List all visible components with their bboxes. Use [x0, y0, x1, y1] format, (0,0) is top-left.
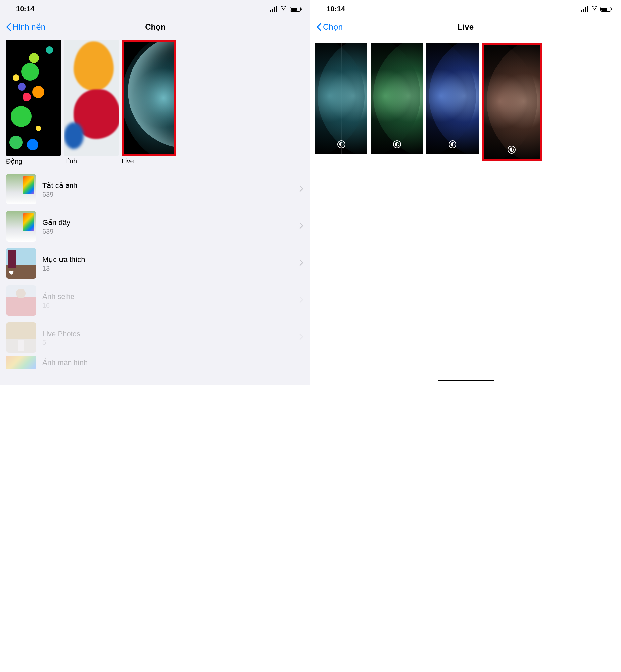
screen-choose: 10:14 Hình nền Chọn — [0, 0, 310, 386]
darkmode-icon — [449, 140, 456, 148]
album-screenshot-text: Ảnh màn hình — [42, 357, 88, 368]
chevron-right-icon — [299, 185, 303, 193]
category-row: Động Tĩnh Live — [0, 36, 310, 168]
back-label: Hình nền — [12, 23, 45, 32]
album-selfie-thumb — [6, 285, 36, 316]
wallpaper-grid — [310, 36, 621, 168]
album-recent-text: Gần đây 639 — [42, 217, 70, 235]
page-title: Chọn — [0, 23, 310, 32]
album-favorites-text: Mục ưa thích 13 — [42, 255, 85, 273]
wallpaper-teal[interactable] — [315, 43, 367, 153]
heart-icon — [8, 269, 14, 277]
albums-list: Tất cả ảnh 639 Gần đây 639 — [0, 168, 310, 369]
chevron-right-icon — [299, 297, 303, 304]
wallpaper-blue[interactable] — [426, 43, 479, 153]
album-livephotos-thumb — [6, 322, 36, 353]
battery-icon — [290, 7, 300, 11]
status-bar: 10:14 — [310, 0, 621, 18]
album-all-thumb — [6, 174, 36, 205]
album-all[interactable]: Tất cả ảnh 639 — [0, 171, 310, 208]
category-tinh-thumb — [64, 40, 119, 155]
album-livephotos[interactable]: Live Photos 5 — [0, 319, 310, 356]
nav-bar: Hình nền Chọn — [0, 18, 310, 36]
album-selfie[interactable]: Ảnh selfie 16 — [0, 282, 310, 319]
album-recent-thumb — [6, 211, 36, 241]
category-dong-label: Động — [6, 158, 60, 166]
status-bar: 10:14 — [0, 0, 310, 18]
battery-icon — [601, 7, 611, 11]
wallpaper-green[interactable] — [371, 43, 423, 153]
darkmode-icon — [508, 146, 516, 153]
category-dong-thumb — [6, 40, 60, 155]
wifi-icon — [280, 4, 287, 13]
darkmode-icon — [393, 140, 401, 148]
category-live-thumb — [122, 40, 176, 155]
darkmode-icon — [337, 140, 345, 148]
wifi-icon — [590, 4, 598, 13]
category-dong[interactable]: Động — [6, 40, 60, 166]
wallpaper-copper[interactable] — [482, 43, 542, 161]
album-recent[interactable]: Gần đây 639 — [0, 208, 310, 245]
back-label: Chọn — [323, 23, 343, 32]
empty-area — [0, 386, 621, 672]
album-screenshot-thumb — [6, 356, 36, 369]
signal-icon — [270, 6, 277, 12]
album-screenshot[interactable]: Ảnh màn hình — [0, 356, 310, 369]
category-tinh-label: Tĩnh — [64, 158, 119, 165]
album-selfie-text: Ảnh selfie 16 — [42, 292, 75, 310]
back-button[interactable]: Chọn — [317, 23, 343, 32]
chevron-left-icon — [6, 23, 11, 32]
status-time: 10:14 — [326, 5, 345, 13]
status-time: 10:14 — [16, 5, 34, 13]
album-favorites[interactable]: Mục ưa thích 13 — [0, 245, 310, 282]
signal-icon — [581, 6, 588, 12]
status-icons — [270, 4, 300, 13]
category-live[interactable]: Live — [122, 40, 176, 166]
category-live-label: Live — [122, 158, 176, 165]
album-livephotos-text: Live Photos 5 — [42, 328, 80, 347]
chevron-right-icon — [299, 333, 303, 342]
nav-bar: Chọn Live — [310, 18, 621, 36]
page-title: Live — [310, 23, 621, 32]
chevron-right-icon — [299, 259, 303, 267]
album-favorites-thumb — [6, 248, 36, 279]
screen-live: 10:14 Chọn Live — [310, 0, 621, 386]
chevron-left-icon — [317, 23, 322, 32]
category-tinh[interactable]: Tĩnh — [64, 40, 119, 166]
back-button[interactable]: Hình nền — [6, 23, 45, 32]
home-indicator[interactable] — [438, 379, 494, 382]
chevron-right-icon — [299, 222, 303, 230]
status-icons — [581, 4, 611, 13]
album-all-text: Tất cả ảnh 639 — [42, 180, 78, 198]
